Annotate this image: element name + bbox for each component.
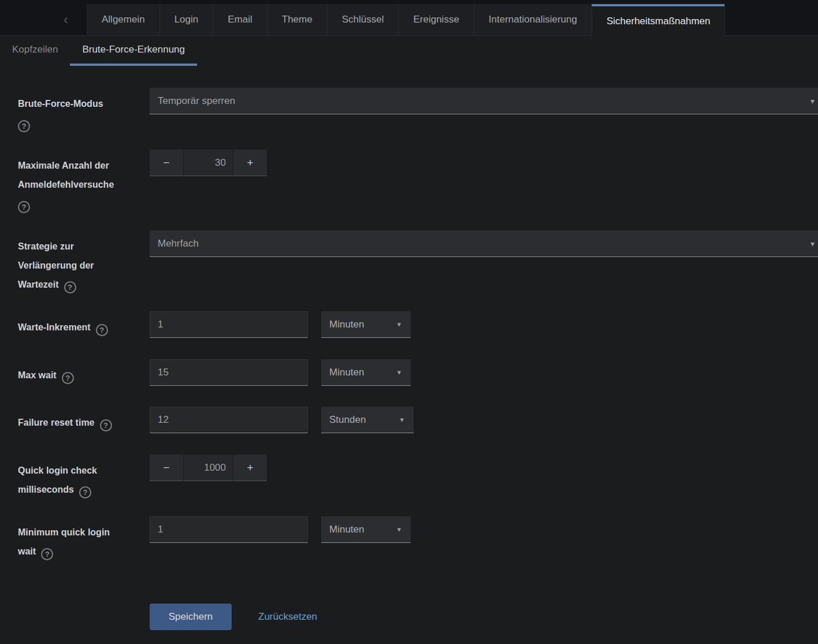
- chevron-down-icon: ▾: [397, 368, 401, 377]
- form-row-minimum-quick-login-wait: Minimum quick login wait? Minuten ▾: [18, 516, 818, 604]
- max-wait-unit-select[interactable]: Minuten ▾: [321, 359, 411, 386]
- form-row-brute-force-modus: Brute-Force-Modus ? Temporär sperren ▾: [18, 88, 818, 150]
- help-icon[interactable]: ?: [96, 324, 108, 336]
- help-icon[interactable]: ?: [79, 486, 91, 498]
- chevron-down-icon: ▾: [810, 96, 815, 106]
- tabbar-filler: [724, 4, 818, 36]
- chevron-down-icon: ▾: [397, 320, 401, 329]
- minimum-quick-login-wait-input[interactable]: [150, 516, 308, 543]
- tab-internationalisierung[interactable]: Internationalisierung: [474, 4, 592, 36]
- wait-strategy-select[interactable]: Mehrfach ▾: [150, 230, 818, 257]
- tab-allgemein[interactable]: Allgemein: [87, 4, 159, 36]
- brute-force-mode-select[interactable]: Temporär sperren ▾: [150, 88, 818, 114]
- help-icon[interactable]: ?: [100, 419, 112, 431]
- warte-inkrement-unit-select[interactable]: Minuten ▾: [321, 311, 411, 338]
- reset-link[interactable]: Zurücksetzen: [258, 611, 317, 623]
- field-label: Warte-Inkrement?: [18, 311, 150, 337]
- tab-sicherheitsmassnahmen[interactable]: Sicherheitsmaßnahmen: [592, 4, 725, 36]
- subtab-brute-force-erkennung[interactable]: Brute-Force-Erkennung: [70, 36, 197, 66]
- field-label: Brute-Force-Modus ?: [18, 88, 150, 132]
- field-label: Strategie zur Verlängerung der Wartezeit…: [18, 230, 150, 294]
- form-row-max-wait: Max wait? Minuten ▾: [18, 359, 818, 407]
- minus-button[interactable]: −: [150, 150, 183, 176]
- chevron-down-icon: ▾: [810, 239, 815, 248]
- tab-schluessel[interactable]: Schlüssel: [327, 4, 399, 36]
- field-label: Quick login check milliseconds?: [18, 455, 150, 499]
- plus-button[interactable]: +: [233, 455, 267, 481]
- brute-force-form: Brute-Force-Modus ? Temporär sperren ▾ M…: [0, 68, 818, 630]
- chevron-down-icon: ▾: [400, 415, 404, 424]
- warte-inkrement-input[interactable]: [150, 311, 308, 338]
- form-row-max-login-failures: Maximale Anzahl der Anmeldefehlversuche …: [18, 150, 818, 230]
- save-button[interactable]: Speichern: [150, 604, 232, 630]
- max-wait-input[interactable]: [150, 359, 308, 386]
- field-label: Max wait?: [18, 359, 150, 385]
- form-row-quick-login-check: Quick login check milliseconds? − 1000 +: [18, 455, 818, 516]
- tab-email[interactable]: Email: [213, 4, 267, 36]
- realm-settings-tabbar: ‹ Allgemein Login Email Theme Schlüssel …: [0, 0, 818, 36]
- security-defenses-subtabs: Kopfzeilen Brute-Force-Erkennung: [0, 36, 818, 68]
- chevron-left-icon: ‹: [64, 13, 68, 27]
- failure-reset-time-input[interactable]: [150, 407, 308, 433]
- tabs-scroll-left-button[interactable]: ‹: [0, 4, 87, 36]
- plus-button[interactable]: +: [233, 150, 267, 176]
- field-label: Failure reset time?: [18, 407, 150, 432]
- form-actions-row: Speichern Zurücksetzen: [18, 604, 818, 630]
- failure-reset-time-unit-select[interactable]: Stunden ▾: [321, 407, 414, 433]
- minimum-quick-login-wait-unit-select[interactable]: Minuten ▾: [321, 516, 411, 543]
- help-icon[interactable]: ?: [41, 548, 53, 560]
- help-icon[interactable]: ?: [64, 281, 76, 293]
- field-label: Minimum quick login wait?: [18, 516, 150, 561]
- form-row-failure-reset-time: Failure reset time? Stunden ▾: [18, 407, 818, 455]
- tab-theme[interactable]: Theme: [267, 4, 327, 36]
- tab-ereignisse[interactable]: Ereignisse: [398, 4, 473, 36]
- chevron-down-icon: ▾: [397, 525, 401, 534]
- subtab-kopfzeilen[interactable]: Kopfzeilen: [0, 36, 70, 66]
- field-label: Maximale Anzahl der Anmeldefehlversuche …: [18, 150, 150, 213]
- form-row-wait-increment-strategy: Strategie zur Verlängerung der Wartezeit…: [18, 230, 818, 311]
- help-icon[interactable]: ?: [18, 201, 30, 213]
- form-row-warte-inkrement: Warte-Inkrement? Minuten ▾: [18, 311, 818, 359]
- stepper-value[interactable]: 30: [184, 150, 233, 176]
- help-icon[interactable]: ?: [62, 372, 74, 384]
- help-icon[interactable]: ?: [18, 120, 30, 132]
- minus-button[interactable]: −: [150, 455, 183, 481]
- stepper-value[interactable]: 1000: [184, 455, 233, 481]
- quick-login-check-stepper: − 1000 +: [150, 455, 267, 481]
- max-login-failures-stepper: − 30 +: [150, 150, 267, 176]
- tab-login[interactable]: Login: [159, 4, 213, 36]
